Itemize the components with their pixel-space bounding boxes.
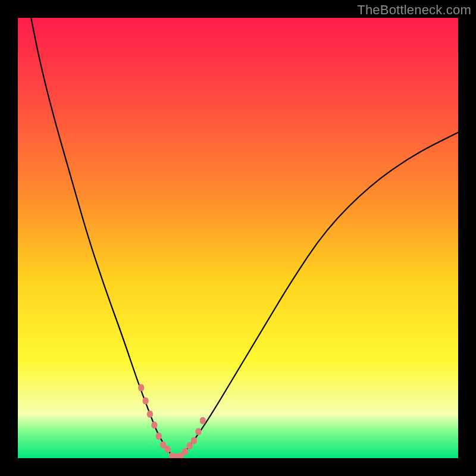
highlight-dot <box>147 411 153 418</box>
highlight-dot <box>156 433 162 440</box>
gradient-background <box>18 18 458 458</box>
watermark-text: TheBottleneck.com <box>357 2 471 18</box>
highlight-dot <box>138 384 144 392</box>
highlight-dot <box>195 428 201 436</box>
highlight-dot <box>151 422 157 429</box>
highlight-dot <box>187 442 193 449</box>
highlight-dot <box>165 446 171 453</box>
plot-area <box>18 18 458 458</box>
highlight-dot <box>191 437 197 444</box>
highlight-dot <box>182 448 188 455</box>
bottleneck-chart <box>18 18 458 458</box>
highlight-dot <box>200 417 206 424</box>
highlight-dot <box>143 397 149 405</box>
chart-frame: TheBottleneck.com <box>0 0 476 476</box>
